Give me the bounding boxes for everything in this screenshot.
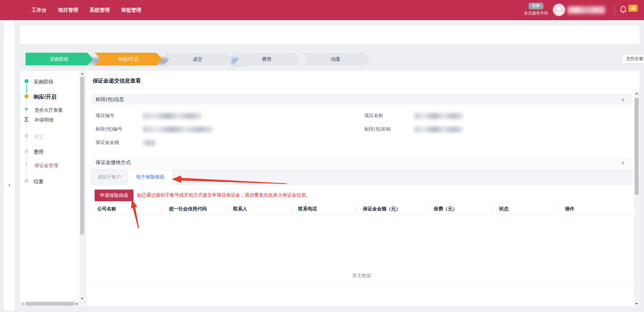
sidebar-item-response-open[interactable]: 响应/开启 — [34, 94, 56, 101]
sidebar-item-bidding-hall[interactable]: 竞价大厅查看 — [35, 107, 63, 113]
scrollbar-thumb[interactable] — [635, 98, 639, 195]
scroll-down-arrow-icon[interactable] — [634, 301, 639, 306]
column-company-name: 公司名称 — [91, 203, 162, 214]
collapsed-panel-strip: › — [4, 21, 15, 311]
duplicate-deposit-warning: 如已通过虚拟子账号或其他方式递交本项目保证金，请勿重复在此录入保证金信息。 — [137, 192, 311, 198]
main-vertical-scrollbar[interactable] — [634, 91, 639, 306]
column-contact: 联系人 — [226, 203, 291, 214]
tab-electronic-insurance-letter[interactable]: 电子保险保函 — [128, 169, 173, 185]
header-card: ← 主控台首页 — [20, 25, 639, 44]
expand-panel-chevron-icon[interactable]: › — [4, 182, 15, 188]
tab-virtual-subaccount[interactable]: 虚拟子账户 — [91, 169, 128, 185]
notification-count-badge: 46 — [628, 5, 638, 12]
step-dot-done-icon — [24, 79, 29, 83]
page-title: 保证金递交信息查看 — [93, 77, 141, 85]
vip-caption: 会员服务升级 — [522, 10, 550, 16]
field-label-package-number: 标段(包)编号 — [96, 126, 122, 132]
section-package-info[interactable]: 标段(包)信息 ∨ — [91, 94, 633, 105]
field-value-redacted — [414, 126, 463, 133]
section-title: 标段(包)信息 — [96, 96, 124, 103]
apply-insurance-letter-button[interactable]: 申请保险保函 — [95, 190, 133, 201]
step-procurement[interactable]: 采购阶段 — [25, 53, 93, 65]
page: 工作台 项目管理 系统管理 审批管理 VIP 会员服务升级 46 › — [0, 0, 644, 312]
field-value-redacted — [414, 113, 463, 119]
table-header-row: 公司名称 统一社会信用代码 联系人 联系电话 保证金金额（元） 保费（元） 状态… — [91, 203, 633, 215]
section-title: 保证金缴纳方式 — [96, 159, 131, 166]
scrollbar-thumb[interactable] — [25, 302, 74, 306]
scrollbar-thumb[interactable] — [80, 77, 84, 235]
empty-state-text: 暂无数据 — [91, 273, 633, 279]
sidebar-horizontal-scrollbar[interactable] — [20, 301, 79, 306]
console-home-button[interactable]: 主控台首页 — [622, 54, 644, 63]
column-status: 状态 — [492, 203, 558, 214]
column-credit-code: 统一社会信用代码 — [162, 203, 226, 214]
divider — [86, 89, 639, 89]
sidebar-item-supplement-detail[interactable]: 补填明细 — [35, 117, 53, 123]
step-fee[interactable]: 费用 — [233, 53, 301, 65]
column-action: 操作 — [558, 203, 633, 214]
process-steps: 采购阶段 响应/开启 成交 费用 结案 — [25, 53, 370, 65]
step-dot-pending-icon — [24, 149, 29, 153]
nav-item-workbench[interactable]: 工作台 — [32, 7, 47, 13]
step-dot-pending-icon — [24, 179, 29, 183]
main-panel: 保证金递交信息查看 标段(包)信息 ∨ 项目编号 项目名称 标段(包)编号 标段… — [86, 71, 639, 306]
scroll-left-arrow-icon[interactable] — [20, 301, 25, 306]
step-dot-pending-icon — [24, 134, 29, 138]
sidebar-vertical-scrollbar[interactable] — [79, 71, 85, 301]
field-value-redacted — [143, 126, 213, 133]
step-dot-current-icon — [24, 94, 29, 98]
top-nav: 工作台 项目管理 系统管理 审批管理 VIP 会员服务升级 46 — [0, 0, 644, 20]
sidebar-item-deal[interactable]: 成交 — [34, 134, 44, 140]
sidebar-item-close[interactable]: 结案 — [34, 178, 44, 185]
step-close[interactable]: 结案 — [302, 53, 370, 65]
column-premium: 保费（元） — [427, 203, 492, 214]
vip-icon: VIP — [529, 3, 543, 9]
nav-item-approval-management[interactable]: 审批管理 — [121, 7, 141, 13]
vip-upgrade[interactable]: VIP 会员服务升级 — [522, 3, 550, 16]
sidebar-item-deposit-management[interactable]: 保证金管理 — [35, 163, 58, 169]
sub-step-ring-icon — [25, 108, 28, 110]
sub-step-ring-icon — [25, 163, 28, 166]
nav-item-system-management[interactable]: 系统管理 — [90, 7, 110, 13]
field-label-project-name: 项目名称 — [364, 113, 383, 119]
field-value-redacted — [143, 113, 202, 119]
divider — [91, 285, 633, 286]
sidebar-timeline: 采购阶段 响应/开启 竞价大厅查看 补填明细 成交 费用 保证金管理 结案 — [20, 71, 85, 306]
notification-bell-icon[interactable] — [620, 5, 627, 14]
timeline-connector-done — [26, 85, 27, 93]
avatar[interactable] — [553, 4, 565, 16]
field-label-project-number: 项目编号 — [96, 113, 114, 119]
step-deal[interactable]: 成交 — [164, 53, 231, 65]
column-phone: 联系电话 — [291, 203, 356, 214]
hourglass-icon — [24, 117, 29, 122]
chevron-down-icon[interactable]: ∨ — [621, 97, 625, 102]
sidebar-item-fee[interactable]: 费用 — [34, 149, 44, 155]
scroll-down-arrow-icon[interactable] — [79, 296, 85, 301]
username-redacted[interactable] — [568, 6, 605, 14]
nav-item-project-management[interactable]: 项目管理 — [58, 7, 78, 13]
field-label-deposit-amount: 保证金金额 — [96, 140, 119, 146]
section-payment-method[interactable]: 保证金缴纳方式 ∨ — [91, 157, 633, 168]
nav-divider — [614, 6, 615, 14]
scroll-up-arrow-icon[interactable] — [634, 91, 639, 96]
field-value-redacted — [143, 140, 156, 146]
column-deposit-amount: 保证金金额（元） — [356, 203, 427, 214]
scroll-right-arrow-icon[interactable] — [74, 301, 79, 306]
sidebar-item-procurement[interactable]: 采购阶段 — [34, 79, 54, 85]
nav-menu: 工作台 项目管理 系统管理 审批管理 — [32, 0, 141, 20]
chevron-down-icon[interactable]: ∨ — [621, 160, 625, 165]
person-icon — [553, 4, 565, 16]
step-response-open[interactable]: 响应/开启 — [95, 53, 162, 65]
scroll-up-arrow-icon[interactable] — [79, 71, 85, 76]
scrollbar-corner — [79, 301, 85, 306]
payment-tabs: 虚拟子账户 电子保险保函 — [91, 169, 633, 185]
field-label-package-name: 标段(包)名称 — [364, 126, 391, 132]
